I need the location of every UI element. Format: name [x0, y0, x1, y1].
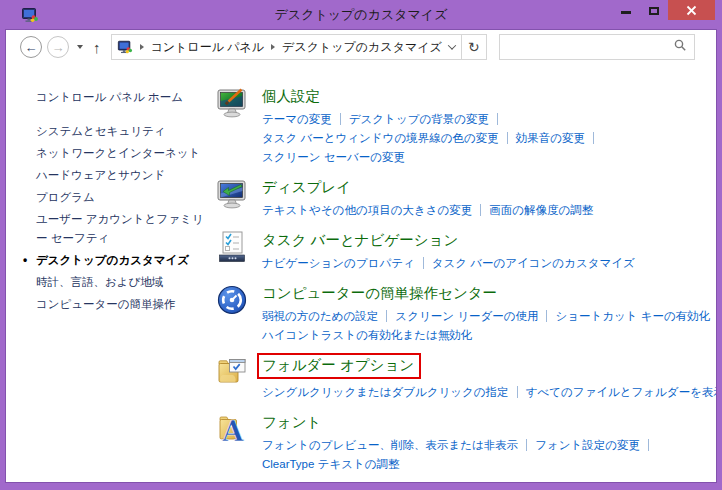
window-title: デスクトップのカスタマイズ [6, 6, 716, 24]
sidebar-item-5-active[interactable]: デスクトップのカスタマイズ [36, 251, 208, 270]
task-link-fonts-0-1[interactable]: フォント設定の変更 [535, 439, 640, 451]
window-controls [612, 0, 715, 20]
search-input[interactable] [506, 39, 674, 55]
titlebar: デスクトップのカスタマイズ [6, 0, 716, 30]
minimize-icon [621, 11, 631, 14]
task-link-fonts-0-0[interactable]: フォントのプレビュー、削除、表示または非表示 [262, 439, 518, 451]
task-link-display-0-0[interactable]: テキストやその他の項目の大きさの変更 [262, 204, 472, 216]
control-panel-window-icon [21, 6, 39, 24]
section-display: ディスプレイテキストやその他の項目の大きさの変更画面の解像度の調整 [216, 177, 716, 219]
link-separator [648, 439, 649, 451]
link-separator [386, 310, 387, 322]
address-dropdown-button[interactable] [442, 35, 462, 59]
close-button[interactable] [668, 0, 715, 20]
sidebar-item-1[interactable]: ネットワークとインターネット [36, 144, 208, 163]
task-link-folder-options-0-0[interactable]: シングルクリックまたはダブルクリックの指定 [262, 386, 509, 398]
section-heading-fonts[interactable]: フォント [262, 414, 321, 430]
link-line: タスク バーとウィンドウの境界線の色の変更効果音の変更 [262, 128, 716, 147]
task-link-taskbar-navigation-0-0[interactable]: ナビゲーションのプロパティ [262, 257, 415, 269]
task-link-personalization-0-1[interactable]: デスクトップの背景の変更 [349, 113, 489, 125]
close-icon [686, 5, 697, 16]
section-personalization: 個人設定テーマの変更デスクトップの背景の変更タスク バーとウィンドウの境界線の色… [216, 86, 716, 166]
recent-pages-dropdown-icon[interactable] [77, 45, 83, 49]
breadcrumb-chevron-icon[interactable] [271, 44, 275, 50]
section-heading-ease-of-access[interactable]: コンピューターの簡単操作センター [262, 285, 497, 301]
link-separator [593, 132, 594, 144]
breadcrumb-chevron-icon[interactable] [140, 44, 144, 50]
task-link-personalization-1-1[interactable]: 効果音の変更 [516, 132, 585, 144]
sidebar-nav: システムとセキュリティネットワークとインターネットハードウェアとサウンドプログラ… [36, 122, 208, 314]
section-heading-personalization[interactable]: 個人設定 [262, 88, 320, 104]
control-panel-window: デスクトップのカスタマイズ ← → ↑ [0, 0, 722, 490]
sidebar-item-home[interactable]: コントロール パネル ホーム [36, 88, 216, 106]
section-ease-of-access: コンピューターの簡単操作センター弱視の方のための設定スクリーン リーダーの使用シ… [216, 283, 716, 344]
section-heading-folder-options[interactable]: フォルダー オプション [262, 357, 414, 373]
folder-options-icon[interactable] [216, 355, 250, 401]
section-folder-options: フォルダー オプションシングルクリックまたはダブルクリックの指定すべてのファイル… [216, 355, 716, 401]
svg-text:A: A [222, 416, 245, 446]
section-fonts: A フォントフォントのプレビュー、削除、表示または非表示フォント設定の変更Cle… [216, 412, 716, 473]
personalization-icon[interactable] [216, 86, 250, 166]
link-line: ナビゲーションのプロパティタスク バーのアイコンのカスタマイズ [262, 253, 716, 272]
link-line: 弱視の方のための設定スクリーン リーダーの使用ショートカット キーの有効化 [262, 306, 716, 325]
refresh-button[interactable]: ↻ [462, 35, 485, 59]
chevron-down-icon [447, 41, 455, 49]
link-line: ハイコントラストの有効化または無効化 [262, 325, 716, 344]
fonts-icon[interactable]: A [216, 412, 250, 473]
task-link-ease-of-access-0-0[interactable]: 弱視の方のための設定 [262, 310, 378, 322]
section-taskbar-navigation: タスク バーとナビゲーションナビゲーションのプロパティタスク バーのアイコンのカ… [216, 230, 716, 272]
forward-button[interactable]: → [47, 36, 69, 58]
link-line: ClearType テキストの調整 [262, 454, 716, 473]
link-separator [497, 113, 498, 125]
maximize-button[interactable] [640, 0, 668, 20]
task-link-fonts-1-0[interactable]: ClearType テキストの調整 [262, 458, 399, 470]
sidebar-item-2[interactable]: ハードウェアとサウンド [36, 166, 208, 185]
task-link-personalization-0-0[interactable]: テーマの変更 [262, 113, 332, 125]
task-link-ease-of-access-0-1[interactable]: スクリーン リーダーの使用 [395, 310, 538, 322]
breadcrumb-item-current[interactable]: デスクトップのカスタマイズ [282, 39, 442, 56]
sidebar-item-6[interactable]: 時計、言語、および地域 [36, 273, 208, 292]
link-line: シングルクリックまたはダブルクリックの指定すべてのファイルとフォルダーを表示 [262, 382, 716, 401]
link-separator [507, 132, 508, 144]
sidebar-item-4[interactable]: ユーザー アカウントとファミリー セーフティ [36, 210, 208, 248]
minimize-button[interactable] [612, 0, 640, 20]
task-link-taskbar-navigation-0-1[interactable]: タスク バーのアイコンのカスタマイズ [432, 257, 635, 269]
link-separator [480, 204, 481, 216]
highlight-box: フォルダー オプション [257, 353, 421, 379]
section-heading-taskbar-navigation[interactable]: タスク バーとナビゲーション [262, 232, 458, 248]
taskbar-icon[interactable] [216, 230, 250, 272]
ease-of-access-icon[interactable] [216, 283, 250, 344]
link-line: フォントのプレビュー、削除、表示または非表示フォント設定の変更 [262, 435, 716, 454]
navigation-bar: ← → ↑ コントロール パネル [6, 30, 716, 64]
control-panel-breadcrumb-icon[interactable] [117, 39, 133, 55]
section-heading-display[interactable]: ディスプレイ [262, 179, 351, 195]
task-link-personalization-2-0[interactable]: スクリーン セーバーの変更 [262, 151, 405, 163]
search-box [499, 34, 695, 60]
link-line: テーマの変更デスクトップの背景の変更 [262, 109, 716, 128]
task-link-personalization-1-0[interactable]: タスク バーとウィンドウの境界線の色の変更 [262, 132, 499, 144]
sidebar-item-3[interactable]: プログラム [36, 188, 208, 207]
up-button[interactable]: ↑ [93, 40, 101, 55]
task-link-ease-of-access-0-2[interactable]: ショートカット キーの有効化 [555, 310, 710, 322]
search-icon [674, 38, 687, 56]
sidebar-item-7[interactable]: コンピューターの簡単操作 [36, 295, 208, 314]
display-icon[interactable] [216, 177, 250, 219]
breadcrumb: コントロール パネル デスクトップのカスタマイズ ↻ [111, 34, 487, 60]
maximize-icon [649, 7, 659, 15]
task-link-ease-of-access-1-0[interactable]: ハイコントラストの有効化または無効化 [262, 329, 472, 341]
link-separator [526, 439, 527, 451]
link-line: スクリーン セーバーの変更 [262, 147, 716, 166]
link-separator [423, 257, 424, 269]
link-separator [517, 386, 518, 398]
sidebar: コントロール パネル ホーム システムとセキュリティネットワークとインターネット… [6, 64, 216, 482]
link-separator [546, 310, 547, 322]
sidebar-item-0[interactable]: システムとセキュリティ [36, 122, 208, 141]
link-line: テキストやその他の項目の大きさの変更画面の解像度の調整 [262, 200, 716, 219]
link-separator [340, 113, 341, 125]
back-button[interactable]: ← [20, 36, 42, 58]
breadcrumb-item-control-panel[interactable]: コントロール パネル [151, 39, 265, 56]
task-link-folder-options-0-1[interactable]: すべてのファイルとフォルダーを表示 [526, 386, 716, 398]
task-link-display-0-1[interactable]: 画面の解像度の調整 [489, 204, 593, 216]
sections: 個人設定テーマの変更デスクトップの背景の変更タスク バーとウィンドウの境界線の色… [216, 64, 716, 482]
